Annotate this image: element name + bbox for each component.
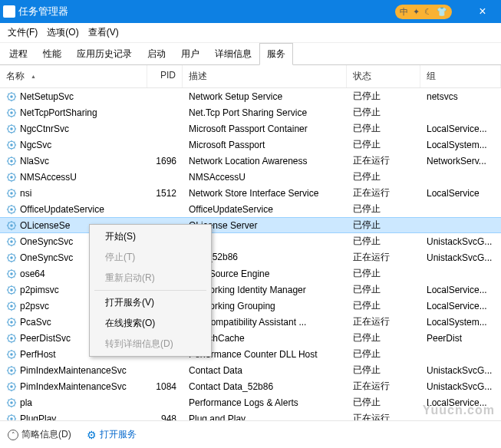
svg-point-33 — [10, 353, 13, 356]
service-row[interactable]: OneSyncSvc主机已停止UnistackSvcG... — [0, 233, 501, 249]
service-icon — [6, 365, 17, 376]
service-status: 已停止 — [347, 170, 420, 183]
service-name: p2pimsvc — [20, 285, 59, 295]
service-row[interactable]: p2psvcNetworking Grouping已停止LocalService… — [0, 298, 501, 314]
service-icon — [6, 252, 17, 263]
service-name: p2psvc — [20, 301, 49, 311]
service-row[interactable]: p2pimsvcNetworking Identity Manager已停止Lo… — [0, 282, 501, 298]
fewer-details-link[interactable]: ˄ 简略信息(D) — [8, 428, 71, 441]
service-row[interactable]: ose64e 64 Source Engine已停止 — [0, 265, 501, 282]
service-desc: Contact Data_52b86 — [183, 381, 347, 392]
service-row[interactable]: OLicenseSeOLicense Server已停止 — [0, 217, 501, 233]
service-status: 已停止 — [347, 219, 420, 232]
service-row[interactable]: PcaSvcam Compatibility Assistant ...正在运行… — [0, 314, 501, 330]
tab-processes[interactable]: 进程 — [2, 43, 35, 65]
service-icon — [6, 204, 17, 215]
service-name: nsi — [20, 188, 31, 199]
service-name: pla — [20, 397, 32, 408]
service-status: 正在运行 — [347, 315, 420, 328]
header-name[interactable]: 名称▲ — [0, 65, 147, 87]
service-status: 已停止 — [347, 138, 420, 151]
ctx-start[interactable]: 开始(S) — [91, 226, 209, 247]
tab-services[interactable]: 服务 — [259, 43, 293, 65]
service-row[interactable]: NetSetupSvcNetwork Setup Service已停止netsv… — [0, 88, 501, 104]
svg-point-7 — [10, 143, 13, 147]
service-pid: 1084 — [147, 381, 183, 392]
service-row[interactable]: PimIndexMaintenanceSvc1084Contact Data_5… — [0, 378, 501, 394]
svg-point-3 — [10, 111, 13, 114]
svg-point-17 — [10, 224, 13, 227]
service-row[interactable]: NlaSvc1696Network Location Awareness正在运行… — [0, 153, 501, 169]
close-button[interactable]: × — [467, 5, 498, 18]
service-desc: Performance Logs & Alerts — [183, 397, 347, 408]
service-icon — [6, 381, 17, 392]
tab-performance[interactable]: 性能 — [35, 43, 69, 65]
ctx-restart: 重新启动(R) — [91, 268, 209, 288]
ext-badge[interactable]: 中✦☾👕 — [395, 5, 452, 19]
service-name: NetTcpPortSharing — [20, 107, 97, 118]
service-row[interactable]: PerfHostPerformance Counter DLL Host已停止 — [0, 346, 501, 362]
header-group[interactable]: 组 — [420, 65, 501, 87]
service-status: 已停止 — [347, 235, 420, 248]
service-desc: OfficeUpdateService — [183, 204, 347, 215]
titlebar: 任务管理器 中✦☾👕 × — [0, 0, 501, 23]
svg-point-39 — [10, 401, 13, 404]
service-name: OLicenseSe — [20, 220, 70, 231]
service-status: 正在运行 — [347, 251, 420, 264]
service-group: UnistackSvcG... — [420, 236, 501, 247]
gear-icon: ⚙ — [87, 429, 97, 441]
ctx-search-online[interactable]: 在线搜索(O) — [91, 313, 209, 334]
service-name: PcaSvc — [20, 317, 51, 328]
ctx-open-services[interactable]: 打开服务(V) — [91, 292, 209, 313]
sort-asc-icon: ▲ — [31, 74, 36, 79]
header-pid[interactable]: PID — [147, 65, 183, 87]
header-desc[interactable]: 描述 — [183, 65, 347, 87]
service-icon — [6, 107, 17, 118]
menubar: 文件(F) 选项(O) 查看(V) — [0, 23, 501, 43]
svg-point-29 — [10, 321, 13, 324]
chevron-up-icon: ˄ — [8, 430, 18, 440]
service-row[interactable]: PimIndexMaintenanceSvcContact Data已停止Uni… — [0, 362, 501, 378]
ctx-stop: 停止(T) — [91, 247, 209, 268]
service-row[interactable]: NgcCtnrSvcMicrosoft Passport Container已停… — [0, 120, 501, 137]
tab-users[interactable]: 用户 — [173, 43, 207, 65]
open-services-link[interactable]: ⚙ 打开服务 — [87, 428, 137, 441]
service-row[interactable]: NMSAccessUNMSAccessU已停止 — [0, 169, 501, 185]
svg-point-21 — [10, 256, 13, 259]
service-icon — [6, 236, 17, 247]
menu-view[interactable]: 查看(V) — [85, 25, 122, 41]
svg-point-19 — [10, 240, 13, 243]
service-row[interactable]: OfficeUpdateServiceOfficeUpdateService已停… — [0, 201, 501, 217]
service-status: 正在运行 — [347, 380, 420, 393]
service-name: NMSAccessU — [20, 172, 77, 183]
service-icon — [6, 188, 17, 199]
service-status: 正在运行 — [347, 154, 420, 167]
header-status[interactable]: 状态 — [347, 65, 420, 87]
service-pid: 1512 — [147, 188, 183, 199]
service-status: 正在运行 — [347, 186, 420, 199]
menu-options[interactable]: 选项(O) — [44, 25, 81, 41]
service-icon — [6, 124, 17, 134]
service-row[interactable]: nsi1512Network Store Interface Service正在… — [0, 185, 501, 201]
tab-app-history[interactable]: 应用历史记录 — [69, 43, 140, 65]
service-icon — [6, 397, 17, 408]
app-icon — [3, 5, 15, 18]
service-desc: Net.Tcp Port Sharing Service — [183, 107, 347, 118]
service-row[interactable]: PeerDistSvcBranchCache已停止PeerDist — [0, 330, 501, 346]
service-group: UnistackSvcG... — [420, 252, 501, 263]
service-row[interactable]: OneSyncSvc主机_52b86正在运行UnistackSvcG... — [0, 249, 501, 265]
service-group: NetworkServ... — [420, 156, 501, 166]
service-status: 已停止 — [347, 364, 420, 377]
service-name: NgcCtnrSvc — [20, 124, 69, 134]
service-row[interactable]: NetTcpPortSharingNet.Tcp Port Sharing Se… — [0, 104, 501, 120]
service-desc: Network Location Awareness — [183, 156, 347, 166]
service-group: LocalService... — [420, 285, 501, 295]
svg-point-11 — [10, 176, 13, 179]
service-group: LocalService — [420, 188, 501, 199]
service-icon — [6, 91, 17, 102]
service-row[interactable]: NgcSvcMicrosoft Passport已停止LocalSystem..… — [0, 137, 501, 153]
service-icon — [6, 172, 17, 183]
tab-details[interactable]: 详细信息 — [207, 43, 259, 65]
tab-startup[interactable]: 启动 — [140, 43, 173, 65]
menu-file[interactable]: 文件(F) — [5, 25, 41, 41]
